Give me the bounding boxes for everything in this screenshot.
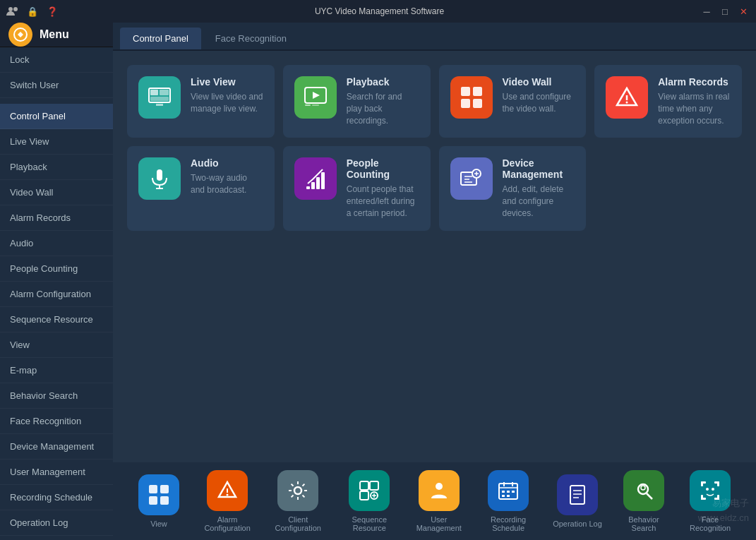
- app-container: Menu Lock Switch User Control Panel Live…: [0, 23, 756, 540]
- sidebar-item-video-wall[interactable]: Video Wall: [0, 180, 113, 205]
- sidebar-item-user-management[interactable]: User Management: [0, 460, 113, 485]
- card-video-wall[interactable]: Video Wall Use and configure the video w…: [439, 65, 587, 138]
- audio-card-icon: [138, 157, 181, 200]
- svg-rect-53: [502, 495, 505, 497]
- sidebar-menu-title: Menu: [40, 28, 69, 41]
- svg-rect-13: [473, 87, 482, 96]
- titlebar: 🔒 ❓ UYC Video Management Software ─ □ ✕: [0, 0, 756, 23]
- svg-rect-39: [360, 481, 368, 490]
- svg-rect-18: [157, 169, 162, 181]
- svg-rect-24: [321, 172, 325, 189]
- window-controls: ─ □ ✕: [700, 4, 750, 18]
- sidebar-item-lock[interactable]: Lock: [0, 47, 113, 73]
- live-view-card-icon: [138, 76, 181, 119]
- operation-log-bottom-icon: [557, 474, 598, 515]
- sidebar-item-e-map[interactable]: E-map: [0, 358, 113, 383]
- bottom-view[interactable]: View: [127, 470, 191, 532]
- svg-rect-40: [370, 481, 378, 490]
- sidebar-item-playback[interactable]: Playback: [0, 155, 113, 180]
- help-icon[interactable]: ❓: [45, 4, 59, 18]
- alarm-config-bottom-icon: [207, 470, 248, 511]
- svg-line-60: [647, 493, 652, 499]
- bottom-alarm-config[interactable]: Alarm Configuration: [193, 466, 261, 536]
- svg-point-70: [706, 488, 709, 491]
- watermark: 易家电子 www.eidz.cn: [698, 496, 749, 526]
- sidebar-item-view[interactable]: View: [0, 332, 113, 358]
- playback-card-text: Playback Search for and play back record…: [347, 76, 419, 126]
- sidebar-item-behavior-search[interactable]: Behavior Search: [0, 383, 113, 409]
- svg-point-0: [8, 7, 13, 11]
- svg-rect-22: [311, 182, 315, 189]
- bottom-operation-log[interactable]: Operation Log: [546, 470, 609, 532]
- titlebar-left: 🔒 ❓: [6, 4, 59, 18]
- svg-rect-4: [150, 90, 158, 95]
- users-icon[interactable]: [6, 4, 20, 18]
- sidebar-item-device-management[interactable]: Device Management: [0, 434, 113, 460]
- sidebar-item-alarm-records[interactable]: Alarm Records: [0, 205, 113, 231]
- bottom-user-management[interactable]: User Management: [407, 466, 471, 536]
- user-management-bottom-icon: [419, 470, 460, 511]
- sidebar-item-face-recognition[interactable]: Face Recognition: [0, 409, 113, 434]
- sidebar-item-live-view[interactable]: Live View: [0, 129, 113, 155]
- lock-icon[interactable]: 🔒: [25, 4, 40, 18]
- bottom-sequence-resource[interactable]: Sequence Resource: [335, 466, 404, 536]
- sidebar: Menu Lock Switch User Control Panel Live…: [0, 23, 113, 540]
- sidebar-item-operation-log[interactable]: Operation Log: [0, 510, 113, 536]
- sidebar-item-client-config[interactable]: Client Configuration: [0, 536, 113, 540]
- content-area: Live View View live video and manage liv…: [113, 51, 756, 462]
- sidebar-item-recording-schedule[interactable]: Recording Schedule: [0, 485, 113, 510]
- sidebar-item-switch-user[interactable]: Switch User: [0, 73, 113, 98]
- alarm-records-card-icon: [606, 76, 648, 119]
- svg-rect-63: [701, 481, 703, 486]
- svg-rect-32: [149, 485, 157, 493]
- sidebar-item-control-panel[interactable]: Control Panel: [0, 104, 113, 129]
- recording-schedule-bottom-icon: [488, 470, 529, 511]
- video-wall-card-text: Video Wall Use and configure the video w…: [503, 76, 575, 115]
- svg-point-71: [712, 488, 714, 491]
- tab-bar: Control Panel Face Recognition: [113, 23, 756, 51]
- svg-rect-21: [306, 186, 310, 189]
- close-icon[interactable]: ✕: [736, 4, 750, 18]
- tab-face-recognition[interactable]: Face Recognition: [203, 28, 299, 49]
- svg-rect-33: [160, 485, 169, 493]
- sidebar-item-sequence-resource[interactable]: Sequence Resource: [0, 307, 113, 332]
- maximize-icon[interactable]: □: [718, 4, 732, 18]
- svg-point-45: [436, 483, 443, 490]
- video-wall-card-icon: [450, 76, 493, 119]
- minimize-icon[interactable]: ─: [700, 4, 714, 18]
- card-live-view[interactable]: Live View View live video and manage liv…: [127, 65, 275, 138]
- svg-rect-5: [160, 90, 169, 95]
- live-view-card-text: Live View View live video and manage liv…: [191, 76, 263, 115]
- svg-point-38: [294, 487, 301, 494]
- svg-rect-50: [502, 491, 505, 493]
- sidebar-item-audio[interactable]: Audio: [0, 231, 113, 256]
- card-alarm-records[interactable]: Alarm Records View alarms in real time w…: [594, 65, 742, 138]
- svg-rect-54: [507, 495, 510, 497]
- svg-point-61: [641, 486, 645, 490]
- svg-rect-55: [570, 486, 584, 504]
- bottom-icon-bar: View Alarm Configuration: [113, 462, 756, 540]
- people-counting-card-icon: [294, 157, 337, 200]
- svg-rect-6: [150, 97, 169, 101]
- bottom-behavior-search[interactable]: Behavior Search: [612, 466, 676, 536]
- view-bottom-icon: [138, 474, 179, 515]
- svg-rect-41: [360, 491, 368, 500]
- tab-control-panel[interactable]: Control Panel: [120, 28, 201, 49]
- svg-rect-12: [461, 87, 470, 96]
- app-title: UYC Video Management Software: [59, 6, 700, 16]
- card-audio[interactable]: Audio Two-way audio and broadcast.: [127, 146, 275, 230]
- svg-rect-51: [507, 491, 510, 493]
- device-management-card-icon: [450, 157, 493, 200]
- sidebar-item-people-counting[interactable]: People Counting: [0, 256, 113, 282]
- card-device-management[interactable]: Device Management Add, edit, delete and …: [439, 146, 587, 230]
- bottom-recording-schedule[interactable]: Recording Schedule: [474, 466, 543, 536]
- svg-rect-10: [305, 104, 311, 106]
- svg-point-1: [13, 7, 18, 11]
- card-playback[interactable]: Playback Search for and play back record…: [283, 65, 431, 138]
- alarm-records-card-text: Alarm Records View alarms in real time w…: [658, 76, 731, 126]
- sidebar-item-alarm-config[interactable]: Alarm Configuration: [0, 282, 113, 307]
- card-people-counting[interactable]: People Counting Count people that entere…: [283, 146, 431, 230]
- svg-rect-35: [160, 496, 169, 505]
- behavior-search-bottom-icon: [623, 470, 664, 511]
- bottom-client-config[interactable]: Client Configuration: [264, 466, 332, 536]
